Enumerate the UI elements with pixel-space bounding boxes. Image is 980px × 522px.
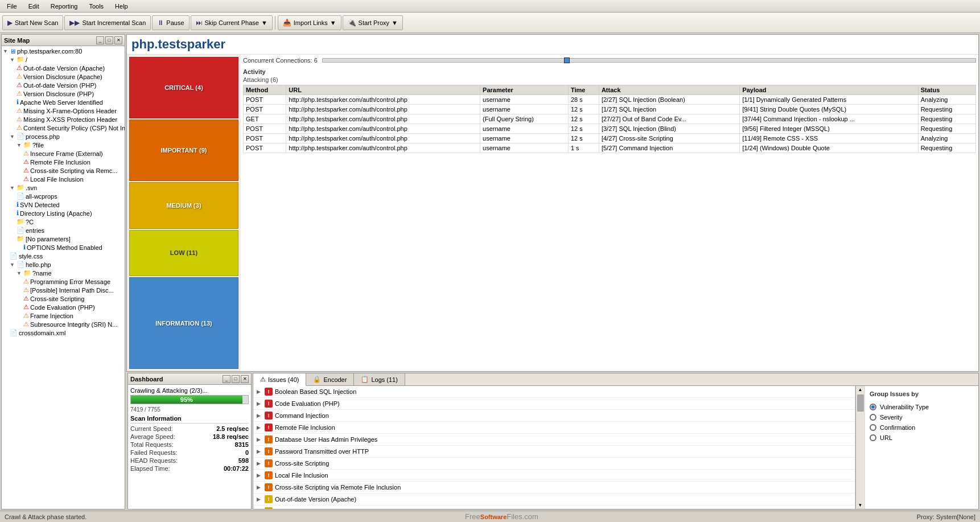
list-item[interactable]: ▼ 📁 .svn	[3, 183, 123, 192]
dashboard-content: Crawling & Attacking (2/3)... 95% 7419 /…	[128, 385, 251, 509]
list-item[interactable]: ⚠Content Security Policy (CSP) Not In...	[3, 124, 123, 132]
treemap-info[interactable]: INFORMATION (13)	[129, 277, 238, 369]
list-item[interactable]: ▶ ! Out-of-date Version (Apache)	[253, 494, 855, 505]
import-links-button[interactable]: 📥 Import Links ▼	[278, 15, 341, 30]
radio-button[interactable]	[870, 404, 876, 410]
dashboard-maximize[interactable]: □	[232, 375, 240, 383]
dashboard-minimize[interactable]: _	[223, 375, 230, 383]
scroll-up[interactable]: ▲	[857, 386, 864, 393]
incremental-scan-button[interactable]: ▶▶ Start Incremental Scan	[64, 15, 151, 30]
group-option[interactable]: URL	[870, 433, 974, 443]
radio-button[interactable]	[870, 414, 876, 421]
radio-button[interactable]	[870, 424, 876, 431]
list-item[interactable]: ▼ 📁 ?name	[3, 269, 123, 277]
menu-reporting[interactable]: Reporting	[46, 2, 83, 11]
site-map-close[interactable]: ✕	[114, 36, 122, 44]
list-item[interactable]: ▶ ! Password Transmitted over HTTP	[253, 446, 855, 458]
tab-encoder[interactable]: 🔒 Encoder	[306, 373, 354, 385]
scan-info-row: Failed Requests:0	[130, 449, 249, 457]
severity-icon: !	[265, 495, 273, 503]
table-row[interactable]: POST http://php.testsparker.com/auth/con…	[244, 143, 976, 153]
scrollbar[interactable]: ▲ ▼	[855, 386, 864, 509]
list-item[interactable]: ℹOPTIONS Method Enabled	[3, 243, 123, 252]
list-item[interactable]: ▶ ! Code Evaluation (PHP)	[253, 398, 855, 410]
list-item[interactable]: ▶ ! Remote File Inclusion	[253, 422, 855, 434]
list-item[interactable]: 📁[No parameters]	[3, 235, 123, 243]
radio-button[interactable]	[870, 434, 876, 441]
expand-icon: ▶	[257, 508, 262, 509]
table-row[interactable]: POST http://php.testsparker.com/auth/con…	[244, 134, 976, 143]
table-row[interactable]: POST http://php.testsparker.com/auth/con…	[244, 124, 976, 134]
list-item[interactable]: ▶ ! Command Injection	[253, 410, 855, 422]
menu-tools[interactable]: Tools	[84, 2, 108, 11]
site-map-maximize[interactable]: □	[105, 36, 113, 44]
list-item[interactable]: ℹDirectory Listing (Apache)	[3, 209, 123, 217]
group-option[interactable]: Vulnerability Type	[870, 402, 974, 412]
list-item[interactable]: ▶ ! Database User Has Admin Privileges	[253, 434, 855, 446]
list-item[interactable]: ▶ ! Out-of-date Version (PHP)	[253, 505, 855, 509]
list-item[interactable]: ⚠Version Disclosure (PHP)	[3, 89, 123, 98]
folder-icon: 📁	[23, 269, 31, 277]
treemap-medium[interactable]: MEDIUM (3)	[129, 182, 238, 229]
list-item[interactable]: ⚠Version Disclosure (Apache)	[3, 72, 123, 81]
list-item[interactable]: ▼ 📄 hello.php	[3, 260, 123, 269]
list-item[interactable]: 📄crossdomain.xml	[3, 328, 123, 337]
list-item[interactable]: ⚠Subresource Integrity (SRI) N...	[3, 320, 123, 328]
pause-button[interactable]: ⏸ Pause	[152, 15, 189, 30]
skip-phase-button[interactable]: ⏭ Skip Current Phase ▼	[191, 15, 273, 30]
menu-help[interactable]: Help	[110, 2, 133, 11]
vuln-icon: ⚠	[23, 303, 29, 311]
progress-thumb[interactable]	[564, 57, 570, 63]
start-proxy-button[interactable]: 🔌 Start Proxy ▼	[343, 15, 403, 30]
progress-container[interactable]	[322, 58, 976, 63]
list-item[interactable]: ▼ 📁 /	[3, 55, 123, 64]
table-row[interactable]: GET http://php.testsparker.com/auth/cont…	[244, 114, 976, 124]
dashboard-close[interactable]: ✕	[241, 375, 249, 383]
list-item[interactable]: ⚠Cross-site Scripting	[3, 294, 123, 303]
list-item[interactable]: ⚠Programming Error Message	[3, 277, 123, 286]
new-scan-button[interactable]: ▶ Start New Scan	[2, 15, 63, 30]
list-item[interactable]: ⚠Missing X-XSS Protection Header	[3, 115, 123, 124]
list-item[interactable]: ▶ ! Cross-site Scripting via Remote File…	[253, 482, 855, 494]
scroll-down[interactable]: ▼	[857, 502, 864, 509]
list-item[interactable]: ⚠Out-of-date Version (PHP)	[3, 81, 123, 89]
tree-root[interactable]: ▼ 🖥 php.testsparker.com:80	[3, 47, 123, 55]
list-item[interactable]: ⚠Code Evaluation (PHP)	[3, 303, 123, 311]
table-row[interactable]: POST http://php.testsparker.com/auth/con…	[244, 105, 976, 114]
group-option[interactable]: Severity	[870, 412, 974, 422]
tab-issues[interactable]: ⚠ Issues (40)	[253, 373, 306, 386]
list-item[interactable]: ℹApache Web Server Identified	[3, 98, 123, 106]
col-method: Method	[244, 85, 286, 95]
table-row[interactable]: POST http://php.testsparker.com/auth/con…	[244, 95, 976, 105]
list-item[interactable]: ▶ ! Boolean Based SQL Injection	[253, 386, 855, 398]
list-item[interactable]: ℹSVN Detected	[3, 200, 123, 209]
list-item[interactable]: ▶ ! Cross-site Scripting	[253, 458, 855, 470]
scroll-thumb[interactable]	[857, 394, 864, 412]
treemap-low[interactable]: LOW (11)	[129, 230, 238, 277]
list-item[interactable]: 📄style.css	[3, 252, 123, 260]
list-item[interactable]: ⚠Cross-site Scripting via Remc...	[3, 166, 123, 175]
treemap-important[interactable]: IMPORTANT (9)	[129, 120, 238, 181]
vuln-icon: ⚠	[23, 286, 29, 294]
list-item[interactable]: ⚠[Possible] Internal Path Disc...	[3, 286, 123, 294]
list-item[interactable]: 📄all-wcprops	[3, 192, 123, 200]
list-item[interactable]: ▶ ! Local File Inclusion	[253, 470, 855, 482]
tab-logs[interactable]: 📋 Logs (11)	[354, 373, 405, 385]
menu-edit[interactable]: Edit	[24, 2, 44, 11]
list-item[interactable]: ⚠Out-of-date Version (Apache)	[3, 64, 123, 72]
list-item[interactable]: 📁?C	[3, 217, 123, 226]
list-item[interactable]: ⚠Insecure Frame (External)	[3, 149, 123, 158]
severity-icon: !	[265, 471, 273, 479]
site-map-minimize[interactable]: _	[96, 36, 104, 44]
list-item[interactable]: ▼ 📄 process.php	[3, 132, 123, 141]
treemap-critical[interactable]: CRITICAL (4)	[129, 57, 238, 118]
group-option[interactable]: Confirmation	[870, 422, 974, 433]
list-item[interactable]: ⚠Missing X-Frame-Options Header	[3, 106, 123, 115]
list-item[interactable]: ⚠Frame Injection	[3, 311, 123, 320]
list-item[interactable]: ▼ 📁 ?file	[3, 141, 123, 149]
list-item[interactable]: 📄entries	[3, 226, 123, 235]
severity-icon: !	[265, 388, 273, 396]
list-item[interactable]: ⚠Remote File Inclusion	[3, 158, 123, 166]
list-item[interactable]: ⚠Local File Inclusion	[3, 175, 123, 183]
menu-file[interactable]: File	[2, 2, 22, 11]
